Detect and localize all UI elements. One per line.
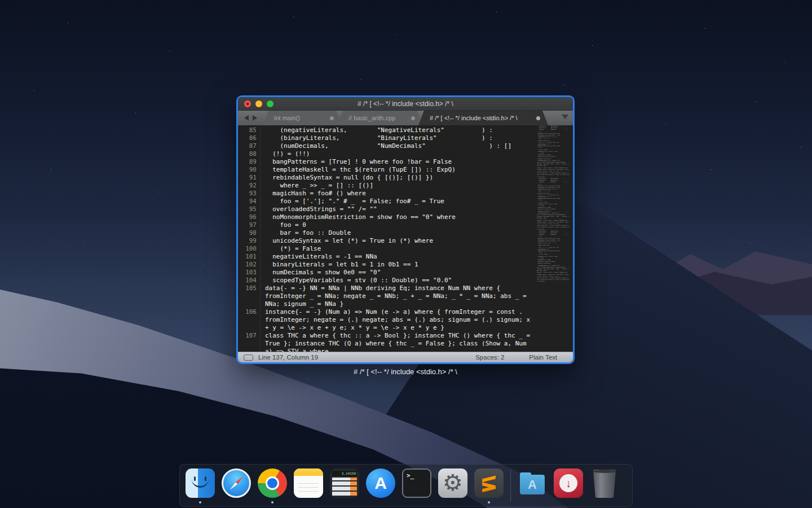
code-line: 89 bangPatterns = [True] ! 0 where foo !… (238, 158, 537, 166)
line-number: 86 (238, 134, 261, 142)
dock-item-system-preferences[interactable]: ⚙ (438, 468, 467, 502)
traffic-lights (244, 100, 273, 107)
tab-close-dot-icon[interactable] (536, 116, 540, 120)
zoom-button[interactable] (267, 100, 273, 107)
dock-separator (510, 470, 511, 501)
line-number: 101 (238, 253, 261, 261)
calculator-icon: 3.14159 (330, 468, 359, 498)
dock-item-safari[interactable] (222, 468, 251, 502)
code-editor[interactable]: 85 (negativeLiterals, "NegativeLiterals"… (238, 125, 573, 352)
code-line: 107 class THC a where { thc :: a -> Bool… (238, 332, 537, 340)
tab-include-stdio-active[interactable]: # /* [ <!-- */ include <stdio.h> /* \ (418, 111, 548, 125)
running-indicator (488, 501, 490, 503)
dock-item-terminal[interactable]: >_ (402, 468, 431, 502)
finder-icon (186, 468, 215, 498)
dock-item-calculator[interactable]: 3.14159 (330, 468, 359, 502)
line-text: (!) = (!!) (261, 150, 310, 158)
tab-overflow-button[interactable] (562, 111, 568, 125)
code-line: 92 where _ >> _ = [] :: [()] (238, 182, 537, 190)
line-text: True }; instance THC (Q a) where { thc _… (261, 340, 527, 348)
applications-folder-icon: A (518, 468, 547, 498)
line-text: foo = ['.']; "." # _ = False; foo# _ = T… (261, 198, 444, 205)
line-number (238, 292, 261, 300)
line-text: fromInteger; negate = (.) negate; abs = … (261, 316, 530, 324)
code-line: 91 rebindableSyntax = null (do { [()]; [… (238, 174, 537, 182)
line-text: bangPatterns = [True] ! 0 where foo !bar… (261, 158, 452, 166)
line-text: numDecimals = show 0e0 == "0" (261, 269, 381, 277)
dock-item-trash[interactable] (590, 468, 619, 502)
downloads-icon: ↓ (554, 468, 583, 498)
tab-int-main[interactable]: int main() (263, 111, 342, 125)
minimap-content: (negativeLiterals, "NegativeLiterals" ) … (537, 125, 572, 283)
running-indicator (199, 501, 201, 503)
terminal-icon: >_ (402, 468, 431, 498)
line-number: 99 (238, 237, 261, 245)
line-text: NNa; signum _ = NNa } (261, 300, 343, 308)
dock-item-applications-folder[interactable]: A (518, 468, 547, 502)
dock-item-sublime-text[interactable] (474, 468, 504, 502)
close-button[interactable] (244, 100, 251, 107)
dock-item-chrome[interactable] (258, 468, 287, 502)
dock-item-app-store[interactable]: A (366, 468, 395, 502)
line-number: 87 (238, 142, 261, 150)
trash-icon (593, 470, 616, 498)
line-number: 85 (238, 126, 261, 134)
line-number (238, 316, 261, 324)
line-text: rebindableSyntax = null (do { [()]; [()]… (261, 174, 433, 182)
line-number: 90 (238, 166, 261, 174)
sublime-text-icon (474, 468, 504, 498)
line-number: 100 (238, 245, 261, 253)
line-text: templateHaskell = thc $(return (TupE [])… (261, 166, 456, 174)
running-indicator (271, 501, 273, 503)
tab-label: // basic_arith.cpp (348, 115, 395, 121)
tab-close-dot-icon[interactable] (330, 116, 334, 120)
forward-arrow-icon[interactable] (253, 115, 257, 121)
code-line: 105 data{- = -} NN = NNa | NNb deriving … (238, 284, 537, 292)
tab-basic-arith[interactable]: // basic_arith.cpp (337, 111, 423, 125)
line-number: 95 (238, 205, 261, 213)
line-number: 89 (238, 158, 261, 166)
line-number: 88 (238, 150, 261, 158)
syntax-setting[interactable]: Plain Text (529, 354, 557, 361)
system-preferences-icon: ⚙ (438, 468, 467, 498)
line-number: 107 (238, 332, 261, 340)
dock-item-notes[interactable] (294, 468, 323, 502)
minimap[interactable]: (negativeLiterals, "NegativeLiterals" ) … (537, 125, 572, 287)
minimize-button[interactable] (255, 100, 262, 107)
line-number: 96 (238, 213, 261, 221)
notes-icon (294, 468, 323, 498)
code-line: 99 unicodeSyntax = let (*) = True in (*)… (238, 237, 537, 245)
panel-toggle-icon[interactable] (244, 354, 253, 361)
dock-item-downloads[interactable]: ↓ (554, 468, 583, 502)
line-number: 106 (238, 308, 261, 316)
code-line: 93 magicHash = foo# () where (238, 190, 537, 198)
cursor-position: Line 137, Column 19 (258, 354, 318, 361)
line-number: 94 (238, 198, 261, 205)
line-text: overloadedStrings = "" /= "" (261, 205, 377, 213)
status-right: Spaces: 2 Plain Text (475, 354, 573, 361)
line-number: 98 (238, 229, 261, 237)
window-titlebar[interactable]: # /* [ <!-- */ include <stdio.h> /* \ (238, 97, 573, 111)
dock-item-finder[interactable] (186, 468, 215, 502)
indent-setting[interactable]: Spaces: 2 (475, 354, 504, 361)
tab-close-dot-icon[interactable] (411, 116, 415, 120)
code-line: 86 (binaryLiterals, "BinaryLiterals" ) : (238, 134, 537, 142)
line-text: (numDecimals, "NumDecimals" ) : [] (261, 142, 511, 150)
code-line: 106 instance{- = -} (Num a) => Num (e ->… (238, 308, 537, 316)
code-line: fromInteger _ = NNa; negate _ = NNb; _ +… (238, 292, 537, 300)
back-arrow-icon[interactable] (244, 115, 249, 121)
code-line: + y = \e -> x e + y e; x * y = \e -> x e… (238, 324, 537, 332)
code-line: 101 negativeLiterals = -1 == NNa (238, 253, 537, 261)
code-line: 98 bar = foo :: Double (238, 229, 537, 237)
line-text: (binaryLiterals, "BinaryLiterals" ) : (261, 134, 493, 142)
line-text: unicodeSyntax = let (*) = True in (*) wh… (261, 237, 433, 245)
line-number: 92 (238, 182, 261, 190)
code-area[interactable]: 85 (negativeLiterals, "NegativeLiterals"… (238, 125, 537, 352)
chevron-down-icon (562, 115, 568, 122)
line-number (238, 324, 261, 332)
line-text: negativeLiterals = -1 == NNa (261, 253, 377, 261)
line-number: 104 (238, 277, 261, 284)
code-line: 94 foo = ['.']; "." # _ = False; foo# _ … (238, 198, 537, 205)
line-number: 103 (238, 269, 261, 277)
code-line: 102 binaryLiterals = let b1 = 1 in 0b1 =… (238, 261, 537, 269)
